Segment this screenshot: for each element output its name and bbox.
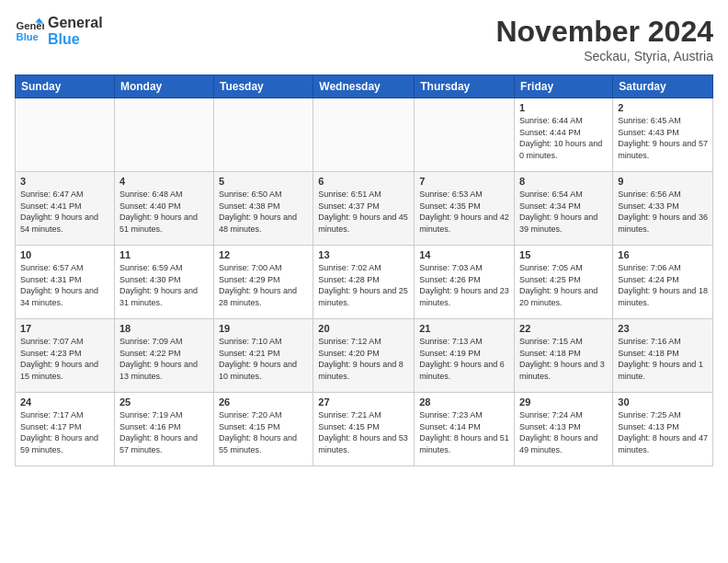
day-number: 21 <box>419 323 509 334</box>
day-number: 25 <box>119 396 209 408</box>
month-title: November 2024 <box>495 15 713 49</box>
day-number: 12 <box>219 249 308 260</box>
day-info: Sunrise: 7:12 AM Sunset: 4:20 PM Dayligh… <box>318 336 409 382</box>
day-number: 6 <box>318 176 409 187</box>
calendar-cell: 16Sunrise: 7:06 AM Sunset: 4:24 PM Dayli… <box>613 246 713 319</box>
day-number: 30 <box>618 396 708 408</box>
day-number: 9 <box>618 176 708 187</box>
calendar-cell: 14Sunrise: 7:03 AM Sunset: 4:26 PM Dayli… <box>415 246 515 319</box>
day-number: 10 <box>20 249 109 260</box>
day-info: Sunrise: 6:57 AM Sunset: 4:31 PM Dayligh… <box>20 262 109 308</box>
calendar-cell: 19Sunrise: 7:10 AM Sunset: 4:21 PM Dayli… <box>213 319 313 393</box>
day-of-week-header: Monday <box>114 75 213 98</box>
day-info: Sunrise: 6:48 AM Sunset: 4:40 PM Dayligh… <box>119 189 209 235</box>
day-info: Sunrise: 7:21 AM Sunset: 4:15 PM Dayligh… <box>318 409 409 455</box>
day-number: 17 <box>20 323 109 334</box>
header: General Blue General Blue November 2024 … <box>15 15 713 63</box>
calendar-table: SundayMondayTuesdayWednesdayThursdayFrid… <box>15 75 713 466</box>
title-block: November 2024 Seckau, Styria, Austria <box>495 15 713 63</box>
day-info: Sunrise: 7:03 AM Sunset: 4:26 PM Dayligh… <box>419 262 509 308</box>
day-info: Sunrise: 6:54 AM Sunset: 4:34 PM Dayligh… <box>519 189 608 235</box>
calendar-cell: 11Sunrise: 6:59 AM Sunset: 4:30 PM Dayli… <box>114 246 213 319</box>
calendar-cell <box>415 98 515 172</box>
day-number: 28 <box>419 396 509 408</box>
calendar-cell: 10Sunrise: 6:57 AM Sunset: 4:31 PM Dayli… <box>16 246 115 319</box>
calendar-week-row: 24Sunrise: 7:17 AM Sunset: 4:17 PM Dayli… <box>16 393 713 466</box>
day-number: 11 <box>119 249 209 260</box>
calendar-cell: 17Sunrise: 7:07 AM Sunset: 4:23 PM Dayli… <box>16 319 115 393</box>
day-number: 29 <box>519 396 608 408</box>
calendar-cell: 22Sunrise: 7:15 AM Sunset: 4:18 PM Dayli… <box>515 319 613 393</box>
calendar-cell <box>114 98 213 172</box>
day-of-week-header: Saturday <box>613 75 713 98</box>
day-number: 8 <box>519 176 608 187</box>
calendar-cell <box>16 98 115 172</box>
day-info: Sunrise: 6:47 AM Sunset: 4:41 PM Dayligh… <box>20 189 109 235</box>
calendar-cell: 24Sunrise: 7:17 AM Sunset: 4:17 PM Dayli… <box>16 393 115 466</box>
calendar-cell: 5Sunrise: 6:50 AM Sunset: 4:38 PM Daylig… <box>213 172 313 246</box>
calendar-week-row: 10Sunrise: 6:57 AM Sunset: 4:31 PM Dayli… <box>16 246 713 319</box>
calendar-cell: 13Sunrise: 7:02 AM Sunset: 4:28 PM Dayli… <box>313 246 415 319</box>
calendar-cell: 4Sunrise: 6:48 AM Sunset: 4:40 PM Daylig… <box>114 172 213 246</box>
day-info: Sunrise: 7:17 AM Sunset: 4:17 PM Dayligh… <box>20 409 109 455</box>
day-info: Sunrise: 7:15 AM Sunset: 4:18 PM Dayligh… <box>519 336 608 382</box>
page: General Blue General Blue November 2024 … <box>0 0 728 563</box>
calendar-cell: 2Sunrise: 6:45 AM Sunset: 4:43 PM Daylig… <box>613 98 713 172</box>
day-of-week-header: Sunday <box>16 75 115 98</box>
day-number: 7 <box>419 176 509 187</box>
calendar-cell: 23Sunrise: 7:16 AM Sunset: 4:18 PM Dayli… <box>613 319 713 393</box>
day-number: 13 <box>318 249 409 260</box>
day-info: Sunrise: 7:24 AM Sunset: 4:13 PM Dayligh… <box>519 409 608 455</box>
logo-line2: Blue <box>48 31 103 48</box>
day-number: 3 <box>20 176 109 187</box>
calendar-cell <box>313 98 415 172</box>
calendar-cell: 26Sunrise: 7:20 AM Sunset: 4:15 PM Dayli… <box>213 393 313 466</box>
day-info: Sunrise: 7:00 AM Sunset: 4:29 PM Dayligh… <box>219 262 308 308</box>
day-of-week-header: Thursday <box>415 75 515 98</box>
day-number: 27 <box>318 396 409 408</box>
calendar-cell: 7Sunrise: 6:53 AM Sunset: 4:35 PM Daylig… <box>415 172 515 246</box>
calendar-cell: 29Sunrise: 7:24 AM Sunset: 4:13 PM Dayli… <box>515 393 613 466</box>
day-info: Sunrise: 7:05 AM Sunset: 4:25 PM Dayligh… <box>519 262 608 308</box>
logo: General Blue General Blue <box>15 15 103 47</box>
calendar-cell: 18Sunrise: 7:09 AM Sunset: 4:22 PM Dayli… <box>114 319 213 393</box>
calendar-cell: 6Sunrise: 6:51 AM Sunset: 4:37 PM Daylig… <box>313 172 415 246</box>
day-number: 23 <box>618 323 708 334</box>
logo-line1: General <box>48 15 103 31</box>
day-info: Sunrise: 7:09 AM Sunset: 4:22 PM Dayligh… <box>119 336 209 382</box>
calendar-cell: 9Sunrise: 6:56 AM Sunset: 4:33 PM Daylig… <box>613 172 713 246</box>
day-info: Sunrise: 7:13 AM Sunset: 4:19 PM Dayligh… <box>419 336 509 382</box>
day-number: 16 <box>618 249 708 260</box>
day-info: Sunrise: 7:20 AM Sunset: 4:15 PM Dayligh… <box>219 409 308 455</box>
day-info: Sunrise: 7:16 AM Sunset: 4:18 PM Dayligh… <box>618 336 708 382</box>
day-of-week-header: Wednesday <box>313 75 415 98</box>
svg-text:Blue: Blue <box>17 30 39 41</box>
calendar-cell: 8Sunrise: 6:54 AM Sunset: 4:34 PM Daylig… <box>515 172 613 246</box>
calendar-cell: 15Sunrise: 7:05 AM Sunset: 4:25 PM Dayli… <box>515 246 613 319</box>
calendar-cell: 21Sunrise: 7:13 AM Sunset: 4:19 PM Dayli… <box>415 319 515 393</box>
day-info: Sunrise: 6:56 AM Sunset: 4:33 PM Dayligh… <box>618 189 708 235</box>
day-number: 26 <box>219 396 308 408</box>
day-info: Sunrise: 7:02 AM Sunset: 4:28 PM Dayligh… <box>318 262 409 308</box>
calendar-cell: 27Sunrise: 7:21 AM Sunset: 4:15 PM Dayli… <box>313 393 415 466</box>
logo-icon: General Blue <box>15 17 44 46</box>
day-number: 14 <box>419 249 509 260</box>
day-of-week-header: Tuesday <box>213 75 313 98</box>
day-info: Sunrise: 6:59 AM Sunset: 4:30 PM Dayligh… <box>119 262 209 308</box>
calendar-cell <box>213 98 313 172</box>
day-info: Sunrise: 7:10 AM Sunset: 4:21 PM Dayligh… <box>219 336 308 382</box>
calendar-cell: 12Sunrise: 7:00 AM Sunset: 4:29 PM Dayli… <box>213 246 313 319</box>
day-number: 2 <box>618 102 708 113</box>
calendar-cell: 1Sunrise: 6:44 AM Sunset: 4:44 PM Daylig… <box>515 98 613 172</box>
calendar-cell: 30Sunrise: 7:25 AM Sunset: 4:13 PM Dayli… <box>613 393 713 466</box>
day-info: Sunrise: 7:19 AM Sunset: 4:16 PM Dayligh… <box>119 409 209 455</box>
calendar-cell: 3Sunrise: 6:47 AM Sunset: 4:41 PM Daylig… <box>16 172 115 246</box>
day-number: 18 <box>119 323 209 334</box>
day-info: Sunrise: 7:23 AM Sunset: 4:14 PM Dayligh… <box>419 409 509 455</box>
day-info: Sunrise: 6:51 AM Sunset: 4:37 PM Dayligh… <box>318 189 409 235</box>
calendar-week-row: 3Sunrise: 6:47 AM Sunset: 4:41 PM Daylig… <box>16 172 713 246</box>
day-of-week-header: Friday <box>515 75 613 98</box>
day-number: 5 <box>219 176 308 187</box>
day-info: Sunrise: 6:44 AM Sunset: 4:44 PM Dayligh… <box>519 115 608 161</box>
day-info: Sunrise: 6:45 AM Sunset: 4:43 PM Dayligh… <box>618 115 708 161</box>
